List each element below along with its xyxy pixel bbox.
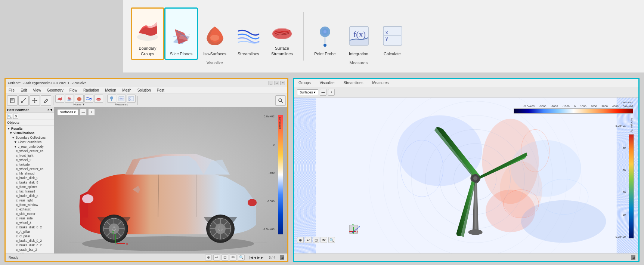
files-button[interactable]	[7, 95, 18, 106]
menu-file[interactable]: File	[7, 88, 16, 92]
tree-item-5[interactable]: c_wheel_center_ca...	[6, 167, 53, 171]
left-surface-btn-2[interactable]: +	[88, 109, 95, 115]
streamlines-small-btn[interactable]	[84, 95, 93, 103]
right-tb-btn-5[interactable]: 🔍	[328, 237, 335, 243]
menu-post[interactable]: Post	[155, 88, 166, 92]
tree-item-9[interactable]: c_front_splitter	[6, 185, 53, 189]
tree-item-19[interactable]: c_A_pillar	[6, 229, 53, 234]
toolbar-item-surface-streamlines[interactable]: Surface Streamlines	[265, 7, 299, 60]
tree-visualizations[interactable]: ▼ Visualizations	[6, 131, 53, 135]
right-menu-measures[interactable]: Measures	[371, 80, 390, 86]
tree-item-11[interactable]: c_brake_disk_a	[6, 194, 53, 198]
right-menu-visualize[interactable]: Visualize	[318, 80, 336, 86]
statusbar-btn-1[interactable]: ⊕	[205, 255, 212, 261]
tree-item-15[interactable]: c_side_mirror	[6, 212, 53, 216]
menu-flow[interactable]: Flow	[68, 88, 79, 92]
toolbar-item-calculate[interactable]: x = y = Calculate	[375, 7, 409, 60]
tree-item-13[interactable]: c_front_window	[6, 203, 53, 207]
slice-planes-small-btn[interactable]	[65, 95, 74, 103]
tree-item-2[interactable]: c_front_light	[6, 153, 53, 158]
right-tb-btn-1[interactable]: ⊕	[297, 237, 304, 243]
tree-flow-boundaries[interactable]: ▼ Flow Boundaries	[6, 140, 53, 144]
move-button[interactable]	[30, 95, 40, 106]
pb-search[interactable]: 🔍	[7, 114, 12, 119]
integration-small-btn[interactable]: f(x)	[117, 95, 126, 103]
iso-surfaces-small-btn[interactable]	[75, 95, 84, 103]
right-surface-btn-1[interactable]: —	[320, 89, 326, 96]
menu-edit[interactable]: Edit	[19, 88, 28, 92]
svg-text:f(x): f(x)	[120, 97, 124, 100]
point-probes-small-btn[interactable]	[107, 95, 116, 103]
right-statusbar-corner[interactable]: ◢	[631, 255, 635, 260]
tree-item-12[interactable]: c_rear_light	[6, 198, 53, 203]
right-tb-btn-4[interactable]: 👁	[321, 237, 327, 243]
statusbar-btn-2[interactable]: ↩	[213, 255, 220, 261]
right-tb-btn-3[interactable]: ⊡	[313, 237, 319, 243]
statusbar-btn-3[interactable]: ⊡	[222, 255, 228, 261]
right-tb-btn-2[interactable]: ↩	[305, 237, 312, 243]
svg-rect-17	[10, 98, 14, 103]
tree-item-6[interactable]: c_hb_shroud	[6, 171, 53, 176]
tree-item-23[interactable]: c_crash_bar_2	[6, 247, 53, 252]
cb-p-3: -2000	[551, 105, 558, 108]
boundary-groups-small-btn[interactable]	[55, 95, 64, 103]
tree-item-21[interactable]: c_brake_disk_9_2	[6, 238, 53, 243]
toolbar-item-integration[interactable]: f(x) Integration	[342, 7, 375, 60]
tree-boundary-collections[interactable]: ▼ Boundary Collections	[6, 135, 53, 140]
right-3d-view[interactable]: pressure -5.0e+03 -3000 -2000 -1000 0 10…	[294, 98, 638, 253]
menu-mesh[interactable]: Mesh	[121, 88, 133, 92]
right-window-menubar: Groups Visualize Streamlines Measures	[294, 79, 638, 87]
right-surfaces-dropdown[interactable]: Surfaces ▾	[297, 89, 318, 95]
tree-item-14[interactable]: c_exhaust	[6, 207, 53, 212]
menu-view[interactable]: View	[31, 88, 43, 92]
tree-results[interactable]: ▼ Results	[6, 126, 53, 131]
tree-item-16[interactable]: c_rear_side	[6, 216, 53, 221]
right-menu-groups[interactable]: Groups	[297, 80, 312, 86]
tree-item-3[interactable]: c_wheel_2	[6, 158, 53, 162]
toolbar-item-iso-surfaces[interactable]: Iso-Surfaces	[198, 7, 232, 60]
toolbar-item-slice-planes[interactable]: Slice Planes	[164, 7, 198, 60]
restore-button[interactable]: □	[275, 81, 279, 85]
right-colorbar-pressure-title: pressure	[514, 101, 633, 104]
left-3d-view[interactable]: Surfaces ▾ — +	[54, 107, 287, 253]
statusbar-corner[interactable]: ◢	[280, 255, 284, 260]
measure-button[interactable]	[18, 95, 29, 106]
left-surface-btn-1[interactable]: —	[80, 109, 87, 115]
toolbar-item-point-probe[interactable]: Point Probe	[308, 7, 342, 60]
tree-item-17[interactable]: c_wheel_3	[6, 221, 53, 225]
tree-item-20[interactable]: c_C_pillar	[6, 234, 53, 238]
integration-icon: f(x)	[346, 23, 372, 49]
left-window-title: Untitled* - Altair HyperWorks CFD 2021.1…	[8, 81, 266, 85]
right-colorbar-pressure: pressure -5.0e+03 -3000 -2000 -1000 0 10…	[514, 101, 633, 114]
menu-geometry[interactable]: Geometry	[46, 88, 65, 92]
statusbar-btn-5[interactable]: 🔍	[238, 255, 245, 261]
tree-item-1[interactable]: c_wheel_center_ca...	[6, 149, 53, 153]
toolbar-item-boundary-groups[interactable]: Boundary Groups	[131, 7, 164, 60]
minimize-button[interactable]: _	[269, 81, 273, 85]
left-surfaces-dropdown[interactable]: Surfaces ▾	[57, 109, 78, 115]
surface-streamlines-small-btn[interactable]	[94, 95, 103, 103]
tree-item-10[interactable]: c_fac_frame2	[6, 189, 53, 194]
slice-planes-label: Slice Planes	[170, 51, 193, 56]
tree-item-7[interactable]: c_brake_disk_9	[6, 176, 53, 180]
menu-solution[interactable]: Solution	[136, 88, 152, 92]
right-menu-streamlines[interactable]: Streamlines	[342, 80, 365, 86]
tree-rear-underbody[interactable]: ▼ c_rear_underbody	[6, 144, 53, 149]
post-browser-toolbar: 🔍 ⚙	[6, 113, 54, 120]
draw-button[interactable]	[41, 95, 51, 106]
statusbar-btn-4[interactable]: 👁	[230, 255, 236, 261]
tree-item-18[interactable]: c_brake_disk_8_2	[6, 225, 53, 229]
pb-filter[interactable]: ⚙	[13, 114, 18, 119]
menu-radiation[interactable]: Radiation	[82, 88, 100, 92]
vel-3: 30	[616, 169, 626, 172]
tree-item-22[interactable]: c_brake_disk_c_2	[6, 243, 53, 247]
toolbar-item-streamlines[interactable]: Streamlines	[232, 7, 265, 60]
calculate-small-btn[interactable]: x=y=	[127, 95, 136, 103]
tree-item-4[interactable]: c_tailgate	[6, 162, 53, 167]
svg-point-58	[82, 194, 93, 203]
right-surface-btn-2[interactable]: +	[328, 89, 335, 96]
search-button[interactable]	[275, 95, 286, 106]
close-button[interactable]: ×	[281, 81, 285, 85]
menu-motion[interactable]: Motion	[103, 88, 118, 92]
tree-item-8[interactable]: c_brake_disk_8	[6, 180, 53, 185]
